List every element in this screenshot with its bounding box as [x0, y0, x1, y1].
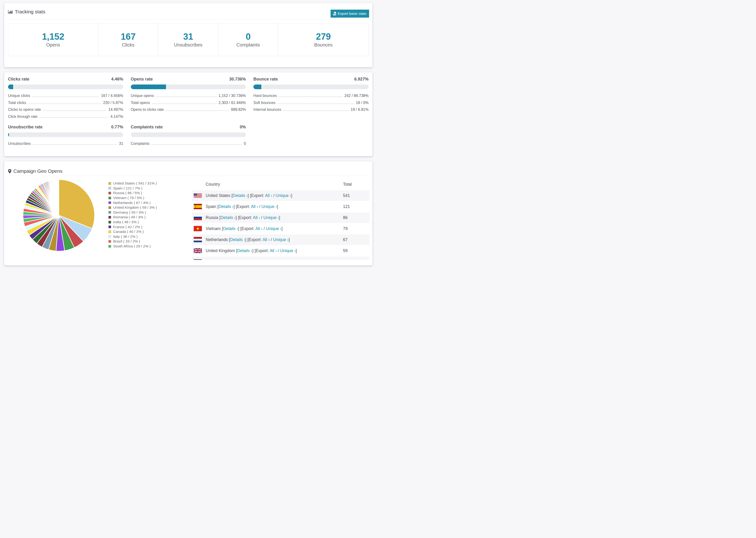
legend-item-spain[interactable]: Spain ( 121 / 7% ) [108, 186, 157, 191]
rate-row-label: Soft bounces [253, 101, 275, 105]
rates-row-2: Unsubscribe rate0.77%Unsubscribes31Compl… [8, 125, 369, 149]
legend-item-russia[interactable]: Russia ( 86 / 5% ) [108, 190, 157, 195]
export-unique-link[interactable]: Unique › [273, 237, 289, 242]
rate-section-head: Bounce rate6.927% [253, 76, 369, 82]
geo-row-total-cell: 59 [343, 245, 348, 256]
rate-row: Total opens2,303 / 61.446% [131, 101, 246, 108]
map-pin-icon [8, 169, 12, 174]
rate-row: Internal bounces19 / 6.81% [253, 108, 369, 115]
legend-item-india[interactable]: India ( 46 / 3% ) [108, 220, 157, 225]
geo-card-body: United States ( 541 / 31% )Spain ( 121 /… [8, 176, 369, 265]
geo-row-total-cell: 541 [343, 190, 350, 201]
rate-progress-bar [8, 133, 123, 137]
legend-item-romania[interactable]: Romania ( 49 / 3% ) [108, 215, 157, 220]
stat-cell-opens: 1,152Opens [8, 23, 98, 56]
stat-label: Unsubscribes [174, 42, 202, 48]
flag-icon-ru [194, 215, 202, 220]
legend-swatch [108, 245, 111, 248]
pie-slice-other-60[interactable] [59, 180, 59, 215]
export-unique-link[interactable]: Unique › [276, 193, 291, 198]
export-all-link[interactable]: All › [270, 248, 277, 253]
export-all-link[interactable]: All › [255, 226, 262, 231]
dotted-leader [33, 144, 117, 145]
dotted-leader [28, 103, 101, 104]
export-unique-link[interactable]: Unique › [261, 204, 277, 209]
rate-section-clicks-rate: Clicks rate4.46%Unique clicks167 / 4.456… [8, 77, 123, 121]
legend-item-germany[interactable]: Germany ( 55 / 3% ) [108, 210, 157, 215]
country-name: Spain [206, 204, 216, 209]
legend-item-united-states[interactable]: United States ( 541 / 31% ) [108, 181, 157, 186]
stat-cell-complaints: 0Complaints [218, 23, 279, 56]
stat-label: Bounces [314, 42, 333, 48]
country-name: Russia [206, 215, 218, 220]
rate-row-value: 0 [244, 141, 246, 146]
rate-section-value: 30.736% [229, 76, 246, 82]
rate-row-label: Internal bounces [253, 108, 281, 112]
stat-value: 279 [316, 31, 331, 42]
legend-item-brazil[interactable]: Brazil ( 33 / 2% ) [108, 239, 157, 244]
flag-icon-nl [194, 237, 202, 242]
export-all-link[interactable]: All › [262, 237, 270, 242]
details-link[interactable]: Details › [233, 193, 248, 198]
details-link[interactable]: Details › [237, 248, 252, 253]
legend-label: Brazil ( 33 / 2% ) [113, 239, 140, 243]
export-unique-link[interactable]: Unique › [263, 215, 279, 220]
rate-row: Unsubscribes31 [8, 141, 123, 149]
legend-label: Netherlands ( 67 / 4% ) [113, 201, 150, 205]
rate-row-label: Total clicks [8, 101, 26, 105]
rate-progress-fill [131, 84, 166, 89]
rate-section-value: 6.927% [354, 76, 369, 82]
details-link[interactable]: Details › [230, 237, 245, 242]
stat-value: 167 [121, 31, 135, 42]
export-basic-stats-button[interactable]: Export basic stats [331, 10, 369, 18]
legend-item-south-africa[interactable]: South Africa ( 29 / 2% ) [108, 244, 157, 249]
legend-item-canada[interactable]: Canada ( 40 / 2% ) [108, 229, 157, 234]
export-unique-link[interactable]: Unique › [268, 259, 283, 260]
details-link[interactable]: Details › [220, 215, 236, 220]
legend-item-united-kingdom[interactable]: United Kingdom ( 59 / 3% ) [108, 205, 157, 210]
rate-row-value: 220 / 5.87% [103, 101, 123, 105]
rate-row-label: Hard bounces [253, 94, 277, 98]
stat-label: Clicks [122, 42, 134, 48]
rate-row-value: 31 [119, 141, 123, 146]
stats-summary-box: 1,152Opens167Clicks31Unsubscribes0Compla… [8, 23, 369, 56]
geo-opens-table: Country Total United States [Details ›] … [192, 179, 369, 260]
campaign-geo-opens-card: Campaign Geo Opens United States ( 541 /… [4, 161, 373, 265]
legend-label: South Africa ( 29 / 2% ) [113, 244, 150, 248]
geo-card-title-text: Campaign Geo Opens [13, 168, 63, 174]
details-link[interactable]: Details › [225, 259, 240, 260]
rate-row-value: 1,152 / 30.736% [219, 94, 246, 98]
rate-row: Clicks to opens rate14.497% [8, 108, 123, 115]
legend-item-vietnam[interactable]: Vietnam ( 79 / 5% ) [108, 195, 157, 200]
rate-rows: Unique clicks167 / 4.456%Total clicks220… [8, 94, 123, 121]
export-button-label: Export basic stats [338, 12, 366, 16]
rate-section-opens-rate: Opens rate30.736%Unique opens1,152 / 30.… [131, 77, 246, 121]
flag-icon-gb [194, 248, 202, 253]
rate-row: Click through rate4.147% [8, 115, 123, 122]
export-all-link[interactable]: All › [257, 259, 264, 260]
export-all-link[interactable]: All › [251, 204, 258, 209]
export-unique-link[interactable]: Unique › [280, 248, 296, 253]
export-all-link[interactable]: All › [265, 193, 272, 198]
legend-item-france[interactable]: France ( 42 / 2% ) [108, 224, 157, 229]
rate-section-title: Bounce rate [253, 76, 278, 82]
stat-value: 1,152 [42, 31, 64, 42]
legend-swatch [108, 187, 111, 189]
legend-swatch [108, 197, 111, 199]
rate-section-title: Clicks rate [8, 76, 29, 82]
details-link[interactable]: Details › [223, 226, 238, 231]
geo-row-country-cell: Russia [Details ›] [Export: All › / Uniq… [206, 212, 280, 223]
legend-label: Romania ( 49 / 3% ) [113, 215, 145, 219]
rate-section-bounce-rate: Bounce rate6.927%Hard bounces242 / 86.73… [253, 77, 369, 121]
details-link[interactable]: Details › [219, 204, 234, 209]
geo-opens-pie-chart[interactable] [8, 176, 107, 265]
export-all-link[interactable]: All › [253, 215, 260, 220]
geo-table-header-country: Country [206, 179, 220, 190]
legend-item-netherlands[interactable]: Netherlands ( 67 / 4% ) [108, 200, 157, 205]
legend-item-italy[interactable]: Italy ( 36 / 2% ) [108, 234, 157, 239]
rate-progress-fill [8, 133, 9, 137]
dotted-leader [39, 117, 108, 118]
geo-table-row-us: United States [Details ›] [Export: All ›… [192, 190, 369, 201]
rate-row-value: 2,303 / 61.446% [219, 101, 246, 105]
export-unique-link[interactable]: Unique › [266, 226, 281, 231]
